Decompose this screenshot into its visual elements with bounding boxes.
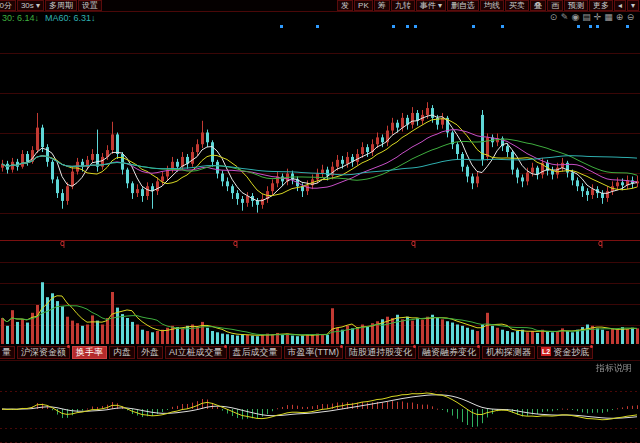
tool-button-12[interactable]: ◂ (614, 0, 626, 11)
save-icon[interactable]: ▦ (603, 12, 614, 23)
eye-icon[interactable]: ◉ (570, 12, 581, 23)
tab-5[interactable]: AI立桩成交量 (165, 346, 227, 359)
draw-icon[interactable]: ✎ (559, 12, 570, 23)
crosshair-icon[interactable]: ✛ (592, 12, 603, 23)
tool-button-5[interactable]: 删自选 (447, 0, 479, 11)
tool-button-9[interactable]: 画 (547, 0, 563, 11)
tab-10[interactable]: 机构探测器 (482, 346, 535, 359)
tool-button-13[interactable]: ▾ (627, 0, 639, 11)
new-feature-dot (477, 345, 480, 348)
l2-badge: L2 (541, 347, 551, 356)
tool-button-10[interactable]: 预测 (564, 0, 588, 11)
period-button-0[interactable]: 30分 (0, 0, 16, 11)
tab-1[interactable]: 沪深资金额 (17, 346, 70, 359)
new-feature-dot (413, 345, 416, 348)
tool-button-7[interactable]: 买卖 (505, 0, 529, 11)
tool-button-2[interactable]: 筹 (374, 0, 390, 11)
settings-icon[interactable]: ⊙ (548, 12, 559, 23)
tool-button-11[interactable]: 更多 (589, 0, 613, 11)
indicator-header-row: 30: 6.14↓MA60: 6.31↓ ⊙✎◉▤✛▦⊕⊖ (0, 12, 640, 26)
chart-mini-toolbar: ⊙✎◉▤✛▦⊕⊖ (548, 12, 636, 23)
ma-value-labels: 30: 6.14↓MA60: 6.31↓ (2, 13, 102, 23)
new-feature-dot (224, 345, 227, 348)
stock-chart-app: 30分30s ▾多周期设置 发PK筹九转事件 ▾删自选均线买卖叠画预测更多◂▾ … (0, 0, 640, 443)
ma-label-0: 30: 6.14↓ (2, 13, 39, 23)
macd-chart[interactable] (0, 360, 640, 443)
indicator-tab-bar: 量沪深资金额换手率内盘外盘AI立桩成交量盘后成交量市盈率(TTM)陆股通持股变化… (0, 345, 640, 360)
tab-8[interactable]: 陆股通持股变化 (345, 346, 416, 359)
print-icon[interactable]: ▤ (581, 12, 592, 23)
tab-0[interactable]: 量 (0, 346, 15, 359)
tab-7[interactable]: 市盈率(TTM) (284, 346, 344, 359)
zoom-in-icon[interactable]: ⊕ (614, 12, 625, 23)
tool-button-8[interactable]: 叠 (530, 0, 546, 11)
tab-2[interactable]: 换手率 (72, 346, 107, 359)
tool-button-6[interactable]: 均线 (480, 0, 504, 11)
tool-button-1[interactable]: PK (354, 0, 373, 11)
zoom-out-icon[interactable]: ⊖ (625, 12, 636, 23)
tab-6[interactable]: 盘后成交量 (229, 346, 282, 359)
tab-4[interactable]: 外盘 (137, 346, 163, 359)
period-button-3[interactable]: 设置 (78, 0, 102, 11)
period-button-2[interactable]: 多周期 (45, 0, 77, 11)
tool-button-4[interactable]: 事件 ▾ (416, 0, 446, 11)
tab-11[interactable]: L2资金抄底 (537, 346, 593, 359)
new-feature-dot (340, 345, 343, 348)
tab-9[interactable]: 融资融券变化 (418, 346, 480, 359)
period-controls: 30分30s ▾多周期设置 (0, 0, 103, 11)
indicator-help-link[interactable]: 指标说明 (596, 362, 632, 375)
ma-label-1: MA60: 6.31↓ (45, 13, 96, 23)
new-feature-dot (67, 345, 70, 348)
period-button-1[interactable]: 30s ▾ (17, 0, 44, 11)
tool-button-0[interactable]: 发 (337, 0, 353, 11)
tab-3[interactable]: 内盘 (109, 346, 135, 359)
tool-button-3[interactable]: 九转 (391, 0, 415, 11)
kline-volume-chart[interactable] (0, 25, 640, 345)
chart-tool-buttons: 发PK筹九转事件 ▾删自选均线买卖叠画预测更多◂▾ (337, 0, 640, 11)
new-feature-dot (590, 345, 593, 348)
top-toolbar: 30分30s ▾多周期设置 发PK筹九转事件 ▾删自选均线买卖叠画预测更多◂▾ (0, 0, 640, 12)
